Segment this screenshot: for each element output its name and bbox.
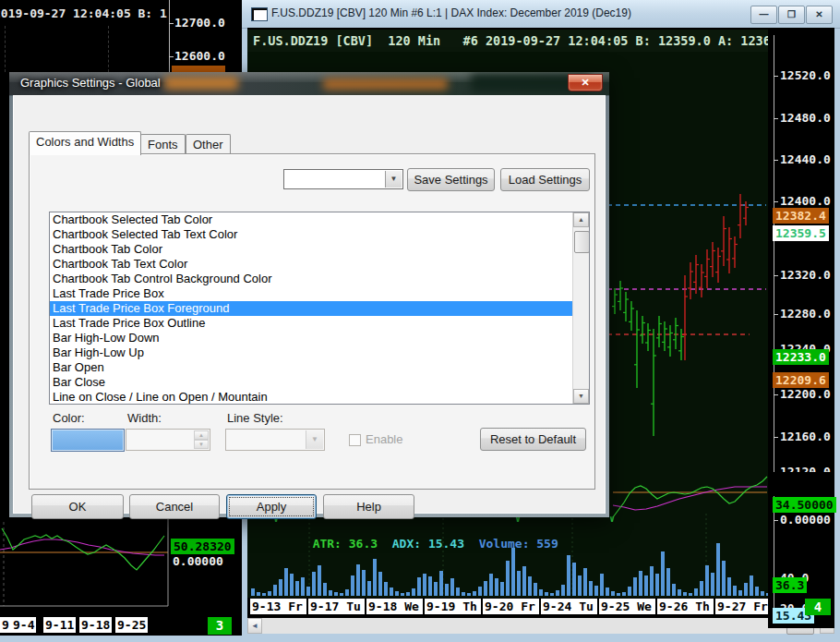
volume-bar xyxy=(318,565,321,596)
volume-bar xyxy=(268,591,271,596)
volume-bar xyxy=(390,587,393,596)
volume-bar xyxy=(456,587,460,596)
indicator-readout: ATR: 36.3 ADX: 15.43 Volume: 559 xyxy=(255,523,558,564)
list-item[interactable]: Chartbook Tab Text Color xyxy=(50,257,589,272)
volume-bar xyxy=(545,592,548,596)
graphics-items-listbox[interactable]: Chartbook Selected Tab ColorChartbook Se… xyxy=(49,212,590,405)
main-window-titlebar[interactable]: F.US.DDZ19 [CBV] 120 Min #6 L:1 | DAX In… xyxy=(242,0,840,29)
volume-bar xyxy=(583,568,587,596)
chevron-down-icon[interactable]: ▼ xyxy=(385,171,402,188)
volume-bar xyxy=(279,579,282,596)
list-item[interactable]: Last Trade Price Box Outline xyxy=(50,316,589,331)
list-item[interactable]: Bar High-Low Down xyxy=(50,331,589,345)
list-item[interactable]: Last Trade Price Box Foreground xyxy=(50,301,589,316)
date-label: 9-18 xyxy=(79,617,112,633)
listbox-scrollbar[interactable]: ▲ ▼ xyxy=(572,212,589,404)
price-axis-label: 12520.0 xyxy=(780,68,831,82)
volume-bar xyxy=(351,575,354,596)
volume-bar xyxy=(567,555,570,596)
volume-bar xyxy=(622,592,626,596)
volume-bar xyxy=(290,574,294,596)
volume-label: Volume: xyxy=(464,537,536,551)
volume-bar xyxy=(462,592,465,596)
list-item[interactable]: Chartbook Tab Color xyxy=(50,242,589,257)
volume-bar xyxy=(750,575,753,596)
list-item[interactable]: Bar High-Low Up xyxy=(50,345,589,360)
minimize-button[interactable]: — xyxy=(750,6,777,24)
volume-bar xyxy=(633,577,637,596)
list-item[interactable]: Bar Close xyxy=(50,375,589,390)
volume-bar xyxy=(334,592,338,596)
glass-blur-blob xyxy=(164,77,238,90)
load-settings-button[interactable]: Load Settings xyxy=(500,168,590,191)
left-oscillator-chart xyxy=(0,517,242,619)
dialog-titlebar[interactable]: Graphics Settings - Global ✕ xyxy=(9,72,609,96)
left-price-axis-line xyxy=(169,0,170,72)
gridline xyxy=(5,26,6,72)
help-button[interactable]: Help xyxy=(323,494,414,519)
volume-bar xyxy=(678,589,681,596)
volume-bar xyxy=(733,586,737,596)
left-indicator-zero-label: 0.00000 xyxy=(173,554,223,568)
scroll-up-icon[interactable]: ▲ xyxy=(573,212,589,227)
volume-bar xyxy=(500,582,504,596)
date-label: 9-11 xyxy=(43,617,76,633)
volume-bar xyxy=(700,581,703,596)
left-chart-number-badge: 3 xyxy=(208,617,232,635)
scroll-left-arrow[interactable]: ◄ xyxy=(247,618,262,634)
glass-blur-blob xyxy=(323,79,448,90)
price-axis-value-box: 12209.6 xyxy=(773,372,829,388)
volume-bar xyxy=(650,566,654,596)
atr-value: 36.3 xyxy=(349,537,378,551)
list-item[interactable]: Last Trade Price Box xyxy=(50,286,589,301)
axis-tick xyxy=(774,520,778,521)
scroll-down-icon[interactable]: ▼ xyxy=(573,389,589,404)
main-chart-number-badge: 4 xyxy=(805,599,831,615)
tab-fonts[interactable]: Fonts xyxy=(140,134,186,155)
reset-to-default-button[interactable]: Reset to Default xyxy=(480,428,586,451)
restore-button[interactable]: ❐ xyxy=(778,6,805,24)
volume-bar xyxy=(295,581,299,596)
volume-bar xyxy=(727,577,731,596)
dialog-close-icon[interactable]: ✕ xyxy=(568,74,603,91)
price-axis-label: 12400.0 xyxy=(780,194,831,208)
volume-bar xyxy=(467,593,471,596)
listbox-scrollbar-thumb[interactable] xyxy=(574,231,590,253)
apply-button[interactable]: Apply xyxy=(226,494,317,519)
list-item[interactable]: Chartbook Selected Tab Text Color xyxy=(50,227,589,242)
horizontal-scrollbar[interactable]: ◄ ► xyxy=(247,618,834,634)
date-label: 9-24 Tu xyxy=(541,599,597,614)
save-settings-button[interactable]: Save Settings xyxy=(407,168,495,191)
date-label: 9-19 Th xyxy=(425,599,481,614)
list-item[interactable]: Line on Close / Line on Open / Mountain xyxy=(50,390,589,405)
list-item[interactable]: Chartbook Tab Control Background Color xyxy=(50,272,589,286)
settings-preset-combobox[interactable]: ▼ xyxy=(283,169,403,189)
price-axis-label: 12320.0 xyxy=(780,268,831,282)
color-picker-swatch[interactable] xyxy=(51,429,125,452)
volume-bar xyxy=(611,591,615,596)
ok-button[interactable]: OK xyxy=(31,494,124,519)
price-axis-value-box: 12233.0 xyxy=(773,349,829,365)
date-axis: 9-13 Fr9-17 Tu9-18 We9-19 Th9-20 Fr9-24 … xyxy=(247,598,774,616)
volume-bar xyxy=(356,564,360,596)
axis-tick xyxy=(774,394,778,395)
price-axis-value-box: 12359.5 xyxy=(773,225,829,241)
cancel-button[interactable]: Cancel xyxy=(129,494,220,519)
axis-tick xyxy=(774,118,778,119)
tab-other[interactable]: Other xyxy=(186,134,231,155)
volume-bar xyxy=(738,590,742,596)
list-item[interactable]: Chartbook Selected Tab Color xyxy=(50,212,589,227)
volume-bar xyxy=(401,593,404,596)
enable-checkbox-label: Enable xyxy=(366,432,402,446)
list-item[interactable]: Bar Open xyxy=(50,360,589,375)
volume-bar xyxy=(306,587,310,596)
color-label: Color: xyxy=(53,411,85,425)
tab-colors-and-widths[interactable]: Colors and Widths xyxy=(29,131,141,155)
volume-bar xyxy=(655,574,659,596)
price-axis-value-box: 12382.4 xyxy=(773,208,829,224)
price-axis-label: 12440.0 xyxy=(780,152,831,166)
line-style-dropdown: ▼ xyxy=(225,429,325,451)
close-window-button[interactable]: ✕ xyxy=(806,6,833,24)
dialog-body: Colors and Widths Fonts Other ▼ Save Set… xyxy=(13,95,606,514)
volume-bar xyxy=(744,583,748,596)
